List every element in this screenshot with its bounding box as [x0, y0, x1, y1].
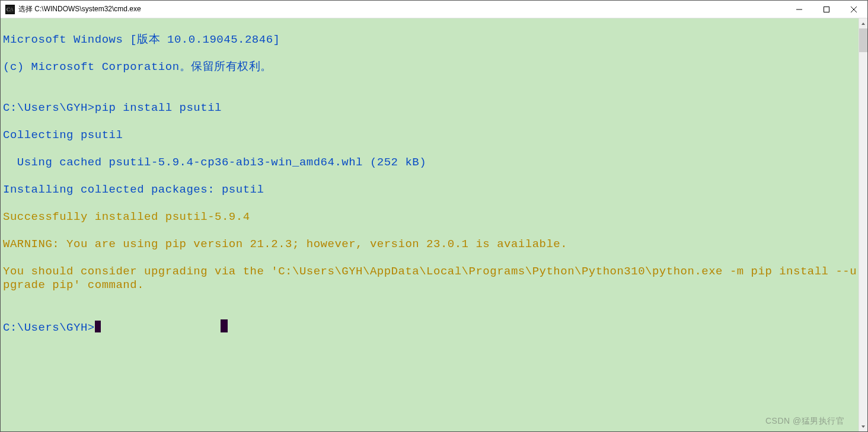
warning-line-1: WARNING: You are using pip version 21.2.… — [3, 238, 859, 251]
titlebar[interactable]: C:\ 选择 C:\WINDOWS\system32\cmd.exe — [1, 1, 867, 18]
cached-line: Using cached psutil-5.9.4-cp36-abi3-win_… — [3, 156, 859, 169]
collecting-line: Collecting psutil — [3, 129, 859, 142]
installing-line: Installing collected packages: psutil — [3, 183, 859, 197]
scroll-up-button[interactable] — [859, 18, 867, 28]
maximize-button[interactable] — [813, 1, 840, 18]
window-title: 选择 C:\WINDOWS\system32\cmd.exe — [18, 4, 141, 14]
prompt-line-1: C:\Users\GYH>pip install psutil — [3, 101, 859, 115]
scroll-down-button[interactable] — [859, 421, 867, 431]
os-version-line: Microsoft Windows [版本 10.0.19045.2846] — [3, 33, 859, 47]
minimize-button[interactable] — [786, 1, 813, 18]
selection-block — [221, 319, 228, 332]
cmd-window: C:\ 选择 C:\WINDOWS\system32\cmd.exe Micro… — [0, 0, 868, 432]
prompt-command: pip install psutil — [95, 101, 222, 114]
selection-gap — [101, 321, 221, 334]
cmd-icon: C:\ — [5, 5, 15, 14]
prompt-path: C:\Users\GYH> — [3, 101, 95, 114]
svg-marker-7 — [861, 23, 865, 25]
success-line: Successfully installed psutil-5.9.4 — [3, 210, 859, 224]
close-button[interactable] — [840, 1, 867, 18]
scroll-thumb[interactable] — [859, 28, 867, 52]
warning-line-2: You should consider upgrading via the 'C… — [3, 265, 859, 292]
prompt-line-2: C:\Users\GYH> — [3, 319, 859, 335]
svg-marker-8 — [861, 425, 865, 428]
svg-rect-4 — [824, 7, 829, 12]
text-cursor — [95, 321, 101, 332]
terminal-output[interactable]: Microsoft Windows [版本 10.0.19045.2846] (… — [1, 18, 859, 431]
svg-text:C:\: C:\ — [7, 7, 14, 12]
client-area: Microsoft Windows [版本 10.0.19045.2846] (… — [1, 18, 867, 431]
prompt-path-2: C:\Users\GYH> — [3, 321, 95, 334]
scroll-track[interactable] — [859, 28, 867, 421]
watermark-text: CSDN @猛男执行官 — [765, 414, 844, 428]
vertical-scrollbar[interactable] — [859, 18, 867, 431]
copyright-line: (c) Microsoft Corporation。保留所有权利。 — [3, 60, 859, 74]
